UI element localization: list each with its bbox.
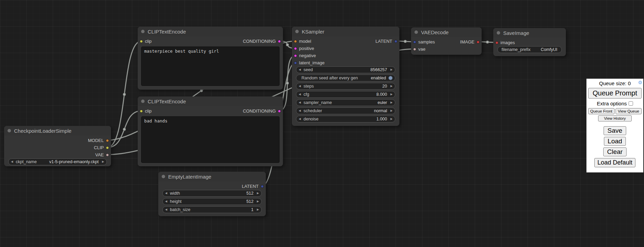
node-title-bar[interactable]: CLIPTextEncode: [138, 27, 283, 36]
decrement-arrow-icon[interactable]: ◀: [165, 208, 169, 211]
node-title-bar[interactable]: CLIPTextEncode: [138, 96, 283, 106]
decrement-arrow-icon[interactable]: ◀: [299, 85, 302, 88]
collapse-dot-icon[interactable]: [295, 30, 299, 33]
increment-arrow-icon[interactable]: ▶: [255, 200, 259, 203]
widget-value: 1.000: [376, 117, 387, 121]
node-title-bar[interactable]: CheckpointLoaderSimple: [4, 126, 111, 135]
collapse-dot-icon[interactable]: [141, 100, 145, 103]
conditioning-output-dot[interactable]: [278, 40, 281, 43]
ckpt-name-widget[interactable]: ◀ ckpt_name v1-5-pruned-emaonly.ckpt ▶: [8, 158, 107, 165]
latent-output-dot[interactable]: [261, 185, 264, 188]
toggle-knob[interactable]: [388, 76, 393, 80]
scheduler-widget[interactable]: ◀ scheduler normal ▶: [296, 107, 395, 114]
filename-prefix-widget[interactable]: filename_prefix ComfyUI: [497, 46, 562, 53]
clear-button[interactable]: Clear: [603, 147, 626, 156]
latent-output-dot[interactable]: [394, 40, 397, 43]
negative-input-dot[interactable]: [294, 54, 297, 57]
cfg-widget[interactable]: ◀ cfg 8.000 ▶: [296, 91, 395, 98]
prev-value-arrow-icon[interactable]: ◀: [299, 109, 302, 112]
increment-arrow-icon[interactable]: ▶: [389, 85, 393, 88]
decrement-arrow-icon[interactable]: ◀: [165, 192, 169, 195]
slot-row-samples-image[interactable]: samples IMAGE: [411, 38, 482, 46]
negative-prompt-textarea[interactable]: bad hands: [141, 116, 280, 163]
graph-canvas[interactable]: CheckpointLoaderSimple MODEL CLIP VAE ◀ …: [0, 0, 644, 247]
collapse-dot-icon[interactable]: [414, 30, 418, 34]
next-value-arrow-icon[interactable]: ▶: [389, 109, 393, 112]
samples-input-dot[interactable]: [413, 40, 416, 43]
node-empty-latent-image[interactable]: EmptyLatentImage LATENT ◀ width 512 ▶ ◀ …: [158, 172, 266, 216]
height-widget[interactable]: ◀ height 512 ▶: [162, 198, 262, 205]
view-queue-button[interactable]: View Queue: [616, 108, 642, 114]
load-default-button[interactable]: Load Default: [594, 158, 635, 167]
slot-row-clip-conditioning[interactable]: clip CONDITIONING: [138, 107, 283, 115]
random-seed-toggle-widget[interactable]: Random seed after every gen enabled: [296, 75, 395, 81]
model-input-dot[interactable]: [294, 40, 297, 43]
prev-value-arrow-icon[interactable]: ◀: [299, 101, 302, 104]
vae-output-dot[interactable]: [106, 153, 109, 156]
steps-widget[interactable]: ◀ steps 20 ▶: [296, 83, 395, 90]
queue-prompt-button[interactable]: Queue Prompt: [588, 88, 642, 99]
batch-size-widget[interactable]: ◀ batch_size 1 ▶: [162, 206, 262, 213]
node-ksampler[interactable]: KSampler model LATENT positive negative …: [292, 27, 399, 126]
positive-input-dot[interactable]: [294, 47, 297, 50]
slot-row-clip-conditioning[interactable]: clip CONDITIONING: [138, 38, 283, 45]
queue-front-button[interactable]: Queue Front: [588, 108, 615, 114]
node-clip-text-encode-negative[interactable]: CLIPTextEncode clip CONDITIONING bad han…: [138, 96, 283, 166]
denoise-widget[interactable]: ◀ denoise 1.000 ▶: [296, 116, 395, 122]
seed-widget[interactable]: ◀ seed 8566257 ▶: [296, 66, 395, 73]
images-input-dot[interactable]: [495, 41, 498, 44]
decrement-arrow-icon[interactable]: ◀: [299, 68, 302, 71]
increment-arrow-icon[interactable]: ▶: [389, 68, 393, 71]
node-save-image[interactable]: SaveImage images filename_prefix ComfyUI: [493, 28, 566, 56]
output-slot-model[interactable]: MODEL: [4, 137, 111, 144]
settings-gear-icon[interactable]: ⚙: [638, 80, 642, 85]
image-output-dot[interactable]: [476, 40, 480, 43]
vae-input-dot[interactable]: [413, 48, 416, 51]
decrement-arrow-icon[interactable]: ◀: [165, 200, 169, 203]
sampler-name-widget[interactable]: ◀ sampler_name euler ▶: [296, 99, 395, 106]
collapse-dot-icon[interactable]: [8, 129, 11, 132]
decrement-arrow-icon[interactable]: ◀: [299, 118, 302, 120]
clip-input-dot[interactable]: [140, 109, 143, 113]
clip-input-dot[interactable]: [140, 40, 143, 43]
increment-arrow-icon[interactable]: ▶: [389, 118, 393, 120]
positive-prompt-textarea[interactable]: masterpiece best quality girl: [141, 47, 280, 86]
node-clip-text-encode-positive[interactable]: CLIPTextEncode clip CONDITIONING masterp…: [138, 27, 283, 90]
width-widget[interactable]: ◀ width 512 ▶: [162, 190, 262, 197]
node-title-bar[interactable]: VAEDecode: [411, 27, 482, 37]
next-value-arrow-icon[interactable]: ▶: [389, 101, 393, 104]
node-vae-decode[interactable]: VAEDecode samples IMAGE vae: [411, 27, 482, 55]
increment-arrow-icon[interactable]: ▶: [255, 208, 259, 211]
input-slot-vae[interactable]: vae: [411, 46, 482, 53]
collapse-dot-icon[interactable]: [141, 30, 145, 33]
output-slot-vae[interactable]: VAE: [4, 151, 111, 158]
collapse-dot-icon[interactable]: [162, 175, 165, 178]
input-slot-positive[interactable]: positive: [292, 45, 399, 52]
node-checkpoint-loader[interactable]: CheckpointLoaderSimple MODEL CLIP VAE ◀ …: [4, 126, 111, 166]
comfy-menu-panel[interactable]: Queue size: 0 ⚙ Queue Prompt Extra optio…: [586, 79, 643, 172]
input-slot-images[interactable]: images: [493, 39, 566, 46]
extra-options-checkbox[interactable]: [629, 101, 633, 106]
model-output-dot[interactable]: [106, 139, 109, 142]
decrement-arrow-icon[interactable]: ◀: [299, 93, 302, 96]
increment-arrow-icon[interactable]: ▶: [389, 93, 393, 96]
conditioning-output-dot[interactable]: [278, 109, 281, 113]
increment-arrow-icon[interactable]: ▶: [255, 192, 259, 195]
output-slot-latent[interactable]: LATENT: [158, 183, 266, 190]
input-slot-negative[interactable]: negative: [292, 52, 399, 59]
save-button[interactable]: Save: [604, 126, 626, 135]
output-slot-clip[interactable]: CLIP: [4, 144, 111, 151]
latent-image-input-dot[interactable]: [294, 61, 297, 64]
load-button[interactable]: Load: [604, 137, 626, 146]
widget-value: 512: [246, 191, 253, 196]
next-value-arrow-icon[interactable]: ▶: [100, 160, 104, 163]
node-title-bar[interactable]: EmptyLatentImage: [158, 172, 266, 181]
node-title-bar[interactable]: KSampler: [292, 27, 399, 36]
collapse-dot-icon[interactable]: [497, 31, 500, 35]
node-title-bar[interactable]: SaveImage: [493, 28, 566, 38]
slot-row-model-latent[interactable]: model LATENT: [292, 38, 399, 45]
clip-output-dot[interactable]: [106, 146, 109, 149]
input-slot-latent-image[interactable]: latent_image: [292, 59, 399, 66]
prev-value-arrow-icon[interactable]: ◀: [11, 160, 15, 163]
view-history-button[interactable]: View History: [598, 115, 632, 121]
